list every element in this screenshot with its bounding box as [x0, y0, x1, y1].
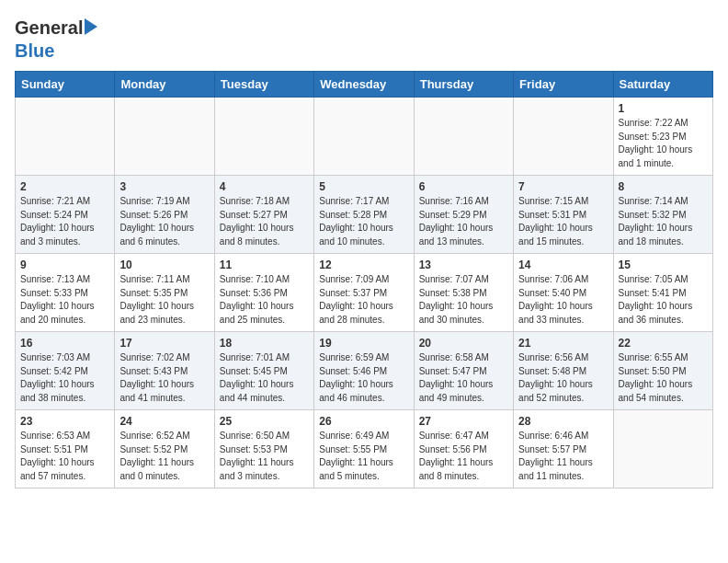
logo-blue-text: Blue	[15, 40, 54, 62]
day-number: 16	[20, 337, 109, 350]
logo: General Blue	[15, 18, 97, 62]
day-cell: 2Sunrise: 7:21 AM Sunset: 5:24 PM Daylig…	[16, 176, 115, 254]
weekday-header-thursday: Thursday	[414, 72, 513, 98]
day-info: Sunrise: 7:11 AM Sunset: 5:35 PM Dayligh…	[119, 273, 209, 327]
day-cell: 7Sunrise: 7:15 AM Sunset: 5:31 PM Daylig…	[514, 176, 613, 254]
day-cell	[314, 98, 414, 176]
day-info: Sunrise: 6:53 AM Sunset: 5:51 PM Dayligh…	[20, 430, 109, 483]
day-cell: 23Sunrise: 6:53 AM Sunset: 5:51 PM Dayli…	[16, 410, 115, 488]
week-row-4: 16Sunrise: 7:03 AM Sunset: 5:42 PM Dayli…	[16, 332, 713, 410]
day-info: Sunrise: 7:22 AM Sunset: 5:23 PM Dayligh…	[619, 117, 708, 170]
day-number: 14	[518, 259, 608, 271]
day-info: Sunrise: 7:01 AM Sunset: 5:45 PM Dayligh…	[220, 351, 309, 405]
weekday-header-saturday: Saturday	[613, 72, 712, 98]
day-info: Sunrise: 6:59 AM Sunset: 5:46 PM Dayligh…	[319, 351, 408, 405]
day-number: 3	[119, 180, 209, 193]
day-number: 11	[220, 259, 309, 271]
weekday-header-wednesday: Wednesday	[314, 72, 414, 98]
day-cell: 20Sunrise: 6:58 AM Sunset: 5:47 PM Dayli…	[414, 332, 513, 410]
day-info: Sunrise: 7:18 AM Sunset: 5:27 PM Dayligh…	[220, 195, 309, 248]
day-cell: 11Sunrise: 7:10 AM Sunset: 5:36 PM Dayli…	[214, 254, 313, 332]
day-cell	[613, 410, 712, 488]
day-cell: 28Sunrise: 6:46 AM Sunset: 5:57 PM Dayli…	[514, 410, 613, 488]
day-cell: 16Sunrise: 7:03 AM Sunset: 5:42 PM Dayli…	[16, 332, 115, 410]
day-cell: 19Sunrise: 6:59 AM Sunset: 5:46 PM Dayli…	[314, 332, 414, 410]
day-number: 19	[319, 337, 408, 350]
day-number: 13	[419, 259, 508, 271]
day-cell: 6Sunrise: 7:16 AM Sunset: 5:29 PM Daylig…	[414, 176, 513, 254]
day-info: Sunrise: 7:10 AM Sunset: 5:36 PM Dayligh…	[220, 273, 309, 327]
logo-arrow-icon	[85, 18, 97, 35]
day-number: 6	[419, 180, 508, 193]
day-number: 12	[319, 259, 408, 271]
day-number: 18	[220, 337, 309, 350]
week-row-5: 23Sunrise: 6:53 AM Sunset: 5:51 PM Dayli…	[16, 410, 713, 488]
day-info: Sunrise: 7:21 AM Sunset: 5:24 PM Dayligh…	[20, 195, 109, 248]
day-cell: 10Sunrise: 7:11 AM Sunset: 5:35 PM Dayli…	[115, 254, 214, 332]
day-cell: 14Sunrise: 7:06 AM Sunset: 5:40 PM Dayli…	[514, 254, 613, 332]
day-cell: 4Sunrise: 7:18 AM Sunset: 5:27 PM Daylig…	[214, 176, 313, 254]
day-number: 26	[319, 415, 408, 428]
week-row-3: 9Sunrise: 7:13 AM Sunset: 5:33 PM Daylig…	[16, 254, 713, 332]
day-number: 25	[220, 415, 309, 428]
day-number: 10	[119, 259, 209, 271]
day-number: 27	[419, 415, 508, 428]
day-number: 22	[619, 337, 708, 350]
day-info: Sunrise: 7:16 AM Sunset: 5:29 PM Dayligh…	[419, 195, 508, 248]
day-number: 5	[319, 180, 408, 193]
day-cell: 1Sunrise: 7:22 AM Sunset: 5:23 PM Daylig…	[613, 98, 712, 176]
day-number: 15	[619, 259, 708, 271]
day-number: 24	[119, 415, 209, 428]
day-number: 21	[518, 337, 608, 350]
day-cell: 27Sunrise: 6:47 AM Sunset: 5:56 PM Dayli…	[414, 410, 513, 488]
day-cell: 17Sunrise: 7:02 AM Sunset: 5:43 PM Dayli…	[115, 332, 214, 410]
day-cell: 13Sunrise: 7:07 AM Sunset: 5:38 PM Dayli…	[414, 254, 513, 332]
day-info: Sunrise: 6:55 AM Sunset: 5:50 PM Dayligh…	[619, 351, 708, 405]
page-header: General Blue	[15, 15, 713, 62]
day-info: Sunrise: 7:17 AM Sunset: 5:28 PM Dayligh…	[319, 195, 408, 248]
logo-wordmark: General	[15, 18, 97, 37]
day-number: 20	[419, 337, 508, 350]
day-info: Sunrise: 7:13 AM Sunset: 5:33 PM Dayligh…	[20, 273, 109, 327]
weekday-header-sunday: Sunday	[16, 72, 115, 98]
day-cell: 3Sunrise: 7:19 AM Sunset: 5:26 PM Daylig…	[115, 176, 214, 254]
day-info: Sunrise: 7:06 AM Sunset: 5:40 PM Dayligh…	[518, 273, 608, 327]
day-number: 28	[518, 415, 608, 428]
day-info: Sunrise: 6:47 AM Sunset: 5:56 PM Dayligh…	[419, 430, 508, 483]
day-info: Sunrise: 6:46 AM Sunset: 5:57 PM Dayligh…	[518, 430, 608, 483]
day-cell: 22Sunrise: 6:55 AM Sunset: 5:50 PM Dayli…	[613, 332, 712, 410]
weekday-header-tuesday: Tuesday	[214, 72, 313, 98]
day-cell	[514, 98, 613, 176]
day-cell	[414, 98, 513, 176]
logo-general-text: General	[15, 18, 83, 37]
weekday-header-monday: Monday	[115, 72, 214, 98]
calendar-table: SundayMondayTuesdayWednesdayThursdayFrid…	[15, 71, 713, 488]
day-info: Sunrise: 7:09 AM Sunset: 5:37 PM Dayligh…	[319, 273, 408, 327]
day-info: Sunrise: 7:05 AM Sunset: 5:41 PM Dayligh…	[619, 273, 708, 327]
day-number: 9	[20, 259, 109, 271]
day-cell	[16, 98, 115, 176]
day-cell	[214, 98, 313, 176]
day-cell: 21Sunrise: 6:56 AM Sunset: 5:48 PM Dayli…	[514, 332, 613, 410]
weekday-header-friday: Friday	[514, 72, 613, 98]
day-cell: 5Sunrise: 7:17 AM Sunset: 5:28 PM Daylig…	[314, 176, 414, 254]
day-info: Sunrise: 7:02 AM Sunset: 5:43 PM Dayligh…	[119, 351, 209, 405]
week-row-1: 1Sunrise: 7:22 AM Sunset: 5:23 PM Daylig…	[16, 98, 713, 176]
day-number: 1	[619, 102, 708, 115]
day-number: 7	[518, 180, 608, 193]
weekday-header-row: SundayMondayTuesdayWednesdayThursdayFrid…	[16, 72, 713, 98]
day-cell: 15Sunrise: 7:05 AM Sunset: 5:41 PM Dayli…	[613, 254, 712, 332]
day-number: 17	[119, 337, 209, 350]
day-cell: 25Sunrise: 6:50 AM Sunset: 5:53 PM Dayli…	[214, 410, 313, 488]
day-cell: 8Sunrise: 7:14 AM Sunset: 5:32 PM Daylig…	[613, 176, 712, 254]
day-cell: 12Sunrise: 7:09 AM Sunset: 5:37 PM Dayli…	[314, 254, 414, 332]
day-info: Sunrise: 6:49 AM Sunset: 5:55 PM Dayligh…	[319, 430, 408, 483]
day-cell: 9Sunrise: 7:13 AM Sunset: 5:33 PM Daylig…	[16, 254, 115, 332]
day-number: 23	[20, 415, 109, 428]
day-info: Sunrise: 6:50 AM Sunset: 5:53 PM Dayligh…	[220, 430, 309, 483]
day-info: Sunrise: 7:19 AM Sunset: 5:26 PM Dayligh…	[119, 195, 209, 248]
week-row-2: 2Sunrise: 7:21 AM Sunset: 5:24 PM Daylig…	[16, 176, 713, 254]
day-cell: 26Sunrise: 6:49 AM Sunset: 5:55 PM Dayli…	[314, 410, 414, 488]
day-info: Sunrise: 7:14 AM Sunset: 5:32 PM Dayligh…	[619, 195, 708, 248]
day-cell	[115, 98, 214, 176]
